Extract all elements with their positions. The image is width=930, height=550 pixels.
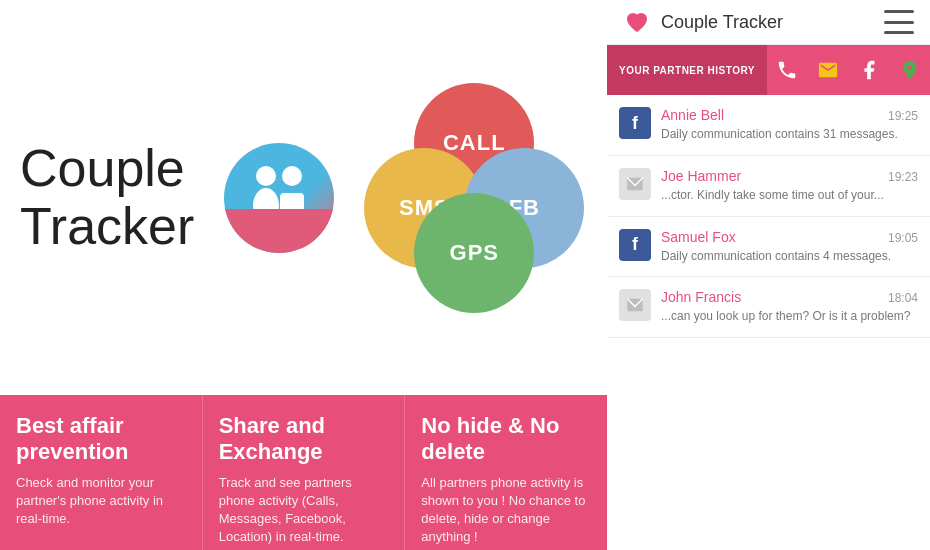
couple-icon xyxy=(244,158,314,238)
bottom-card-2-heading: No hide & No delete xyxy=(421,413,591,466)
left-panel: Couple Tracker CALL SMS xyxy=(0,0,607,550)
bottom-card-2-body: All partners phone activity is shown to … xyxy=(421,474,591,547)
bottom-card-2: No hide & No delete All partners phone a… xyxy=(405,395,607,550)
fb-icon: f xyxy=(619,229,651,261)
svg-rect-4 xyxy=(284,210,292,228)
top-bar-title: Couple Tracker xyxy=(661,12,884,33)
app-heart-icon xyxy=(623,8,651,36)
main-content: Couple Tracker CALL SMS xyxy=(0,0,607,395)
email-icon xyxy=(619,168,651,200)
venn-gps: GPS xyxy=(414,193,534,313)
location-icon xyxy=(899,59,921,81)
msg-preview: Daily communication contains 4 messages. xyxy=(661,248,918,265)
email-icon xyxy=(817,59,839,81)
bottom-card-1-heading: Share and Exchange xyxy=(219,413,389,466)
app-logo xyxy=(224,143,334,253)
tab-bar: YOUR PARTNER HISTORY xyxy=(607,45,930,95)
message-item-1[interactable]: Joe Hammer 19:23 ...ctor. Kindly take so… xyxy=(607,156,930,217)
msg-header: John Francis 18:04 xyxy=(661,289,918,305)
msg-name: Annie Bell xyxy=(661,107,724,123)
bottom-card-1: Share and Exchange Track and see partner… xyxy=(203,395,406,550)
tab-email[interactable] xyxy=(808,45,849,95)
tab-phone[interactable] xyxy=(767,45,808,95)
svg-rect-5 xyxy=(296,210,304,228)
facebook-icon xyxy=(858,59,880,81)
msg-time: 18:04 xyxy=(888,291,918,305)
msg-content: Samuel Fox 19:05 Daily communication con… xyxy=(661,229,918,265)
bottom-card-1-body: Track and see partners phone activity (C… xyxy=(219,474,389,547)
bottom-card-0: Best affair prevention Check and monitor… xyxy=(0,395,203,550)
menu-button[interactable] xyxy=(884,10,914,34)
msg-header: Samuel Fox 19:05 xyxy=(661,229,918,245)
message-item-2[interactable]: f Samuel Fox 19:05 Daily communication c… xyxy=(607,217,930,278)
message-item-3[interactable]: John Francis 18:04 ...can you look up fo… xyxy=(607,277,930,338)
bottom-section: Best affair prevention Check and monitor… xyxy=(0,395,607,550)
msg-preview: ...ctor. Kindly take some time out of yo… xyxy=(661,187,918,204)
tab-location[interactable] xyxy=(889,45,930,95)
messages-list: f Annie Bell 19:25 Daily communication c… xyxy=(607,95,930,550)
svg-point-1 xyxy=(253,188,279,224)
svg-point-2 xyxy=(282,166,302,186)
msg-header: Joe Hammer 19:23 xyxy=(661,168,918,184)
msg-time: 19:25 xyxy=(888,109,918,123)
msg-time: 19:23 xyxy=(888,170,918,184)
bottom-card-0-heading: Best affair prevention xyxy=(16,413,186,466)
tab-history-label: YOUR PARTNER HISTORY xyxy=(619,64,755,77)
msg-content: Annie Bell 19:25 Daily communication con… xyxy=(661,107,918,143)
msg-content: Joe Hammer 19:23 ...ctor. Kindly take so… xyxy=(661,168,918,204)
msg-time: 19:05 xyxy=(888,231,918,245)
email-envelope-icon xyxy=(626,298,644,312)
svg-rect-3 xyxy=(280,193,304,221)
msg-name: Samuel Fox xyxy=(661,229,736,245)
bottom-card-0-body: Check and monitor your partner's phone a… xyxy=(16,474,186,529)
email-envelope-icon xyxy=(626,177,644,191)
svg-point-0 xyxy=(256,166,276,186)
msg-content: John Francis 18:04 ...can you look up fo… xyxy=(661,289,918,325)
tab-history[interactable]: YOUR PARTNER HISTORY xyxy=(607,45,767,95)
tab-facebook[interactable] xyxy=(848,45,889,95)
app-title: Couple Tracker xyxy=(20,140,194,254)
email-icon xyxy=(619,289,651,321)
fb-icon: f xyxy=(619,107,651,139)
message-item-0[interactable]: f Annie Bell 19:25 Daily communication c… xyxy=(607,95,930,156)
top-bar: Couple Tracker xyxy=(607,0,930,45)
venn-diagram: CALL SMS FB GPS xyxy=(364,83,584,313)
msg-name: John Francis xyxy=(661,289,741,305)
msg-name: Joe Hammer xyxy=(661,168,741,184)
msg-header: Annie Bell 19:25 xyxy=(661,107,918,123)
right-panel: Couple Tracker YOUR PARTNER HISTORY xyxy=(607,0,930,550)
msg-preview: ...can you look up for them? Or is it a … xyxy=(661,308,918,325)
msg-preview: Daily communication contains 31 messages… xyxy=(661,126,918,143)
phone-icon xyxy=(776,59,798,81)
